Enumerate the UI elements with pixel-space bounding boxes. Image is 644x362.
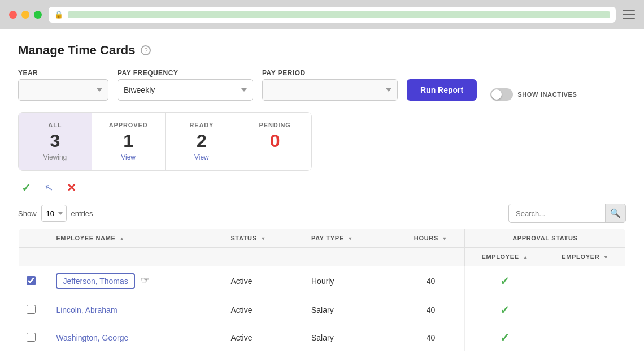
- stats-row: ALL 3 Viewing APPROVED 1 View READY 2 Vi…: [18, 112, 312, 171]
- action-icons-row: ✓ ↖ ✕: [18, 180, 626, 196]
- menu-icon[interactable]: [623, 10, 635, 19]
- run-report-button[interactable]: Run Report: [407, 79, 477, 101]
- pay-type-cell: Hourly: [303, 266, 397, 296]
- row-checkbox[interactable]: [27, 276, 36, 285]
- th-sub-status: [223, 248, 303, 266]
- stat-pending[interactable]: PENDING 0: [238, 113, 311, 170]
- table-row: Washington, George Active Salary 40 ✓: [19, 324, 626, 352]
- employee-link[interactable]: Lincoln, Abraham: [56, 305, 117, 314]
- stat-ready[interactable]: READY 2 View: [166, 113, 239, 170]
- stat-approved[interactable]: APPROVED 1 View: [92, 113, 166, 170]
- select-action-button[interactable]: ↖: [41, 180, 56, 196]
- stat-pending-label: PENDING: [250, 122, 300, 128]
- employee-approval-sort-icon: ▲: [523, 255, 529, 260]
- employee-check-icon: ✓: [500, 304, 510, 316]
- employer-sort-icon: ▼: [603, 255, 609, 260]
- menu-line: [623, 10, 635, 12]
- stat-all-label: ALL: [30, 122, 80, 128]
- page-header: Manage Time Cards ?: [18, 43, 626, 58]
- stat-ready-label: READY: [177, 122, 227, 128]
- toggle-knob: [491, 89, 502, 100]
- employee-name-cell: Washington, George: [48, 324, 223, 352]
- minimize-button[interactable]: [21, 11, 29, 19]
- show-inactives-toggle[interactable]: SHOW INACTIVES: [490, 88, 577, 101]
- row-checkbox-cell: [19, 266, 49, 296]
- hours-cell: 40: [397, 324, 464, 352]
- page-title: Manage Time Cards: [18, 43, 135, 58]
- menu-line: [623, 14, 635, 15]
- status-cell: Active: [223, 266, 303, 296]
- search-input[interactable]: [509, 209, 605, 218]
- employee-check-icon: ✓: [500, 275, 510, 287]
- pay-type-cell: Salary: [303, 324, 397, 352]
- th-employee-approval[interactable]: EMPLOYEE ▲: [464, 248, 545, 266]
- freq-select[interactable]: Biweekly Weekly Monthly: [118, 79, 253, 101]
- freq-filter-group: Pay Frequency Biweekly Weekly Monthly: [118, 69, 253, 101]
- employee-approval-cell: ✓: [464, 266, 545, 296]
- stat-all-sub: Viewing: [30, 153, 80, 161]
- year-select[interactable]: [18, 79, 108, 101]
- th-sub-checkbox: [19, 248, 49, 266]
- status-cell: Active: [223, 296, 303, 324]
- th-status[interactable]: STATUS ▼: [223, 229, 303, 248]
- th-employer[interactable]: EMPLOYER ▼: [545, 248, 626, 266]
- row-checkbox[interactable]: [27, 333, 36, 342]
- show-entries: Show 10 25 50 entries: [18, 205, 93, 222]
- hours-sort-icon: ▼: [442, 236, 448, 242]
- th-sub-hours: [397, 248, 464, 266]
- period-select[interactable]: [262, 79, 398, 101]
- address-bar[interactable]: 🔒: [49, 7, 616, 23]
- employee-approval-cell: ✓: [464, 324, 545, 352]
- row-checkbox-cell: [19, 296, 49, 324]
- show-label: Show: [18, 209, 37, 218]
- stat-ready-value: 2: [177, 132, 227, 150]
- stat-approved-value: 1: [103, 132, 154, 150]
- toggle-switch[interactable]: [490, 88, 513, 101]
- paytype-sort-icon: ▼: [347, 236, 353, 242]
- employer-approval-cell: [545, 296, 626, 324]
- stat-approved-label: APPROVED: [103, 122, 154, 128]
- employee-approval-cell: ✓: [464, 296, 545, 324]
- cursor-icon: ↖: [43, 181, 54, 195]
- employee-link[interactable]: Jefferson, Thomas: [56, 273, 134, 289]
- th-checkbox: [19, 229, 49, 248]
- row-checkbox[interactable]: [27, 305, 36, 314]
- reject-action-button[interactable]: ✕: [63, 180, 79, 196]
- th-approval-status: APPROVAL STATUS: [464, 229, 625, 248]
- table-row: Lincoln, Abraham Active Salary 40 ✓: [19, 296, 626, 324]
- row-checkbox-cell: [19, 324, 49, 352]
- stat-pending-value: 0: [250, 132, 300, 150]
- fullscreen-button[interactable]: [34, 11, 42, 19]
- traffic-lights: [9, 11, 42, 19]
- th-pay-type[interactable]: PAY TYPE ▼: [303, 229, 397, 248]
- stat-all[interactable]: ALL 3 Viewing: [19, 113, 92, 170]
- check-icon: ✓: [21, 181, 31, 195]
- hours-cell: 40: [397, 266, 464, 296]
- period-filter-group: Pay Period: [262, 69, 398, 101]
- entries-label: entries: [71, 209, 93, 218]
- search-icon: 🔍: [610, 208, 621, 218]
- employee-sort-icon: ▲: [119, 236, 125, 242]
- th-sub-paytype: [303, 248, 397, 266]
- employee-link[interactable]: Washington, George: [56, 333, 128, 342]
- th-hours[interactable]: HOURS ▼: [397, 229, 464, 248]
- show-inactives-label: SHOW INACTIVES: [517, 91, 577, 98]
- th-sub-employee: [48, 248, 223, 266]
- pay-type-cell: Salary: [303, 296, 397, 324]
- browser-chrome: 🔒: [0, 0, 644, 29]
- lock-icon: 🔒: [54, 10, 63, 19]
- hours-cell: 40: [397, 296, 464, 324]
- entries-select[interactable]: 10 25 50: [41, 205, 67, 222]
- stat-approved-sub[interactable]: View: [103, 153, 154, 161]
- help-icon[interactable]: ?: [141, 45, 151, 55]
- freq-label: Pay Frequency: [118, 69, 253, 77]
- menu-line: [623, 18, 635, 19]
- stat-ready-sub[interactable]: View: [177, 153, 227, 161]
- search-button[interactable]: 🔍: [605, 204, 625, 223]
- th-employee-name[interactable]: EMPLOYEE NAME ▲: [48, 229, 223, 248]
- close-button[interactable]: [9, 11, 17, 19]
- table-row: Jefferson, Thomas ☞ Active Hourly 40 ✓: [19, 266, 626, 296]
- page-content: Manage Time Cards ? Year Pay Frequency B…: [0, 29, 644, 362]
- employee-check-icon: ✓: [500, 331, 510, 344]
- approve-action-button[interactable]: ✓: [18, 180, 34, 196]
